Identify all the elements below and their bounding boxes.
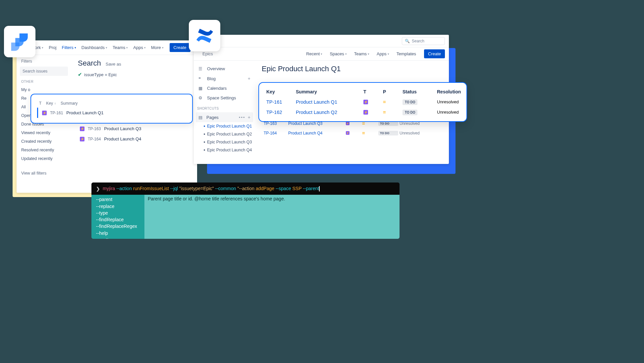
list-icon: ☰	[198, 66, 204, 71]
jira-logo-tile	[4, 26, 35, 57]
add-icon[interactable]: +	[248, 115, 250, 120]
sidebar-title: Filters	[20, 59, 68, 64]
status-badge: TO DO	[378, 131, 398, 135]
priority-icon: =	[383, 99, 401, 105]
jira-highlight-overlay: T Key↑ Summary ⚡ TP-161 Product Launch Q…	[30, 94, 193, 124]
confluence-search[interactable]: 🔍Search	[402, 37, 445, 45]
autocomplete-option[interactable]: --help	[96, 230, 140, 236]
page-title: Epic Product Launch Q1	[262, 65, 442, 73]
search-icon: 🔍	[405, 39, 410, 43]
cursor	[319, 186, 320, 191]
epic-icon: ⚡	[80, 127, 84, 131]
view-all-filters-link[interactable]: View all filters	[20, 169, 68, 178]
breadcrumb[interactable]: Epics	[198, 51, 213, 56]
side-overview[interactable]: ☰Overview	[196, 64, 253, 74]
gear-icon: ⚙	[198, 95, 204, 100]
epic-icon: ⚡	[42, 111, 47, 115]
table-row[interactable]: TP-162Product Launch Q2⚡=TO DOUnresolved	[266, 107, 459, 117]
page-icon: ▤	[198, 115, 204, 120]
priority-icon: =	[362, 130, 377, 136]
quote-icon: ❝	[198, 76, 204, 81]
status-badge: TO DO	[402, 110, 417, 115]
sidebar-search[interactable]: Search issues	[20, 67, 68, 76]
create-button[interactable]: Create	[424, 49, 445, 58]
issue-list-header: T Key↑ Summary	[37, 99, 186, 108]
page-child[interactable]: Epic Product Launch Q3	[196, 138, 253, 146]
chevron-down-icon: ▾	[321, 52, 322, 56]
calendar-icon: ▦	[198, 86, 204, 91]
chevron-down-icon: ▾	[368, 52, 369, 56]
autocomplete-option[interactable]: --pretty	[96, 236, 140, 239]
autocomplete-option[interactable]: --replace	[96, 203, 140, 210]
epic-icon: ⚡	[363, 110, 368, 115]
confluence-sidebar: ☰Overview ❝Blog+ ▦Calendars ⚙Space Setti…	[194, 61, 255, 157]
confluence-logo-tile	[189, 20, 220, 51]
add-icon[interactable]: +	[248, 76, 250, 81]
nav-teams[interactable]: Teams▾	[352, 50, 371, 58]
table-row[interactable]: TP-164Product Launch Q4⚡=TO DOUnresolved	[262, 128, 442, 138]
issue-row[interactable]: ⚡TP-164Product Launch Q4	[78, 134, 190, 144]
terminal-command-line[interactable]: ❯ myjira --action runFromIssueList --jql…	[91, 182, 400, 195]
side-blog[interactable]: ❝Blog+	[196, 74, 253, 83]
nav-dashboards[interactable]: Dashboards▾	[80, 44, 109, 51]
page-child[interactable]: Epic Product Launch Q1	[196, 122, 253, 130]
search-title: Search	[78, 59, 101, 68]
page-child[interactable]: Epic Product Launch Q4	[196, 146, 253, 154]
chevron-down-icon: ▾	[126, 46, 128, 49]
jira-icon	[10, 32, 30, 52]
confluence-topnav: Epics Recent▾ Spaces▾ Teams▾ Apps▾ Templ…	[194, 47, 449, 61]
nav-filters[interactable]: Filters▾	[60, 44, 78, 51]
priority-icon: =	[383, 109, 401, 115]
jira-topnav: Your work▾ Proj Filters▾ Dashboards▾ Tea…	[17, 40, 197, 55]
sort-arrow-icon: ↑	[54, 102, 56, 105]
nav-recent[interactable]: Recent▾	[304, 50, 324, 58]
sidebar-filter-item[interactable]: My o	[20, 85, 68, 94]
chevron-down-icon: ▾	[162, 46, 164, 49]
nav-templates[interactable]: Templates	[395, 50, 418, 58]
nav-projects[interactable]: Proj	[47, 44, 58, 51]
nav-apps[interactable]: Apps▾	[131, 44, 148, 51]
issue-row[interactable]: ⚡TP-163Product Launch Q3	[78, 124, 190, 134]
epic-icon: ⚡	[80, 137, 84, 141]
page-child[interactable]: Epic Product Launch Q2	[196, 130, 253, 138]
autocomplete-option[interactable]: --findReplace	[96, 216, 140, 223]
confluence-icon	[195, 26, 215, 46]
sidebar-filter-item[interactable]: Created recently	[20, 137, 68, 146]
create-button[interactable]: Create	[170, 43, 190, 52]
autocomplete-option[interactable]: --type	[96, 210, 140, 216]
chevron-down-icon: ▾	[144, 46, 146, 49]
side-pages[interactable]: ▤Pages••• +	[196, 112, 253, 122]
status-badge: TO DO	[402, 99, 417, 105]
epic-icon: ⚡	[346, 122, 349, 125]
check-icon: ✔	[78, 72, 82, 78]
jql-chip[interactable]: ✔issueType = Epic	[78, 72, 190, 78]
sidebar-filter-item[interactable]: Viewed recently	[20, 129, 68, 137]
sidebar-section-other: OTHER	[21, 80, 68, 83]
issue-row-highlighted[interactable]: ⚡ TP-161 Product Launch Q1	[37, 108, 186, 118]
table-header: KeySummaryTPStatusResolution	[266, 87, 459, 97]
side-shortcuts-label: SHORTCUTS	[197, 107, 253, 110]
terminal-autocomplete: --parent --replace --type --findReplace …	[91, 195, 400, 239]
chevron-down-icon: ▾	[75, 46, 76, 49]
terminal-window: ❯ myjira --action runFromIssueList --jql…	[91, 182, 400, 239]
table-row[interactable]: TP-161Product Launch Q1⚡=TO DOUnresolved	[266, 97, 459, 107]
confluence-highlight-overlay: KeySummaryTPStatusResolution TP-161Produ…	[258, 82, 467, 122]
chevron-down-icon: ▾	[345, 52, 347, 56]
autocomplete-option[interactable]: --parent	[96, 196, 140, 203]
more-icon[interactable]: •••	[239, 115, 245, 120]
nav-more[interactable]: More▾	[149, 44, 166, 51]
nav-teams[interactable]: Teams▾	[111, 44, 130, 51]
side-calendars[interactable]: ▦Calendars	[196, 83, 253, 93]
chevron-down-icon: ▾	[106, 46, 107, 49]
epic-icon: ⚡	[363, 100, 368, 104]
chevron-down-icon: ▾	[42, 46, 43, 49]
sidebar-filter-item[interactable]: Updated recently	[20, 154, 68, 163]
nav-spaces[interactable]: Spaces▾	[328, 50, 349, 58]
side-space-settings[interactable]: ⚙Space Settings	[196, 93, 253, 103]
autocomplete-option[interactable]: --findReplaceRegex	[96, 223, 140, 230]
nav-apps[interactable]: Apps▾	[375, 50, 391, 58]
save-as-link[interactable]: Save as	[106, 62, 121, 67]
sidebar-filter-item[interactable]: Resolved recently	[20, 146, 68, 154]
chevron-down-icon: ▾	[388, 52, 389, 56]
epic-icon: ⚡	[346, 131, 349, 135]
